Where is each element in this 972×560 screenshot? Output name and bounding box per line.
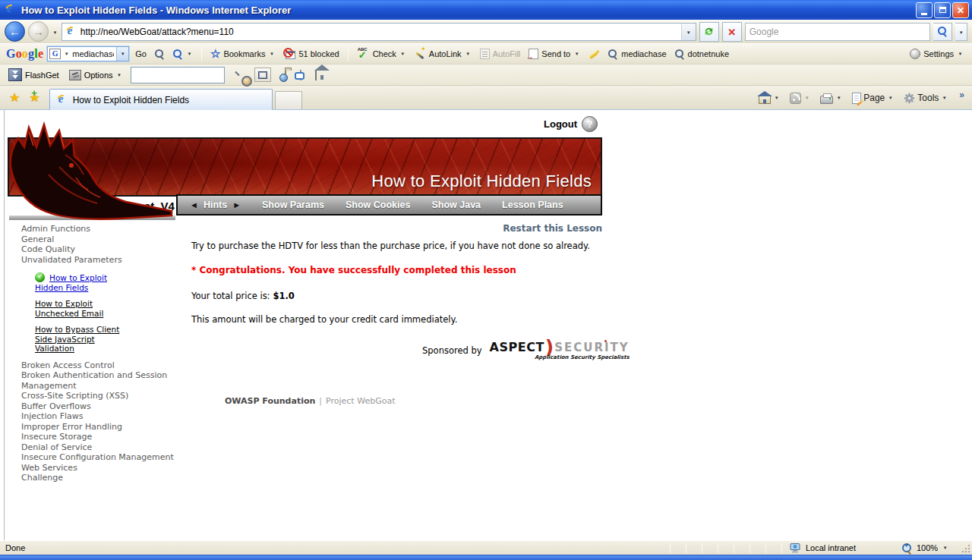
sidebar-category[interactable]: Denial of Service xyxy=(21,442,179,453)
sponsor-row: Sponsored by ASPECT ) SECURITY Applicati… xyxy=(422,340,630,360)
sidebar-lesson-link[interactable]: How to Exploit Hidden Fields xyxy=(35,272,131,292)
autolink-button[interactable]: AutoLink xyxy=(412,47,474,61)
refresh-button[interactable] xyxy=(699,22,719,42)
flashget-search-input[interactable] xyxy=(131,67,225,83)
back-button[interactable] xyxy=(5,21,25,42)
flashget-monitor-button[interactable] xyxy=(254,68,271,82)
taskbar-edge[interactable] xyxy=(0,555,972,560)
chevron-down-icon xyxy=(887,93,894,103)
hints-next-arrow-icon[interactable]: ► xyxy=(232,200,241,209)
lesson-plans-button[interactable]: Lesson Plans xyxy=(502,200,563,210)
mediachase-word-button[interactable]: mediachase xyxy=(606,48,668,61)
flashget-site-explorer-button[interactable] xyxy=(285,71,286,80)
flashget-label: FlashGet xyxy=(25,71,59,80)
sidebar-category[interactable]: General xyxy=(21,234,179,245)
tab-bar: How to Exploit Hidden Fields Page Tools … xyxy=(0,86,972,110)
sidebar-lesson-link[interactable]: How to Exploit Unchecked Email xyxy=(35,299,131,318)
add-favorite-icon[interactable] xyxy=(29,90,39,105)
owasp-foundation-link[interactable]: OWASP Foundation xyxy=(225,396,315,406)
new-tab-button[interactable] xyxy=(275,91,302,109)
page-link-icon xyxy=(300,70,301,80)
highlighter-button[interactable] xyxy=(586,47,602,61)
recent-pages-dropdown[interactable] xyxy=(52,25,58,39)
sidebar-category[interactable]: Code Quality xyxy=(21,244,179,255)
google-toolbar: Google mediachase Go Bookmarks 51 blocke… xyxy=(0,44,972,64)
sidebar-category[interactable]: Buffer Overflows xyxy=(21,401,179,412)
sidebar-category[interactable]: Web Services xyxy=(21,463,179,473)
spellcheck-button[interactable]: Check xyxy=(355,47,409,61)
sidebar-category[interactable]: Insecure Configuration Management xyxy=(21,452,179,463)
flashget-home-button[interactable] xyxy=(315,71,317,80)
restart-lesson-link[interactable]: Restart this Lesson xyxy=(191,223,602,234)
flashget-options-button[interactable]: Options xyxy=(67,68,125,82)
tools-menu-button[interactable]: Tools xyxy=(901,91,951,105)
stop-button[interactable] xyxy=(722,22,742,42)
highlighter-icon xyxy=(589,49,600,60)
hints-prev-arrow-icon[interactable]: ◄ xyxy=(190,200,198,209)
feeds-button xyxy=(787,91,813,105)
address-input[interactable] xyxy=(80,27,678,37)
logout-button[interactable]: Logout xyxy=(544,118,577,130)
browser-window: How to Exploit Hidden Fields - Windows I… xyxy=(0,0,972,560)
tab-active[interactable]: How to Exploit Hidden Fields xyxy=(49,89,273,110)
project-webgoat-link[interactable]: Project WebGoat xyxy=(326,396,395,406)
flashget-toolbar: FlashGet Options xyxy=(0,64,972,86)
sidebar-category[interactable]: Improper Error Handling xyxy=(21,422,179,433)
restore-icon xyxy=(939,7,946,13)
site-search-icon xyxy=(155,49,165,59)
forward-button[interactable] xyxy=(28,21,49,42)
sidebar-lesson-link[interactable]: How to Bypass Client Side JavaScript Val… xyxy=(35,325,131,354)
sidebar-category[interactable]: Broken Access Control xyxy=(21,360,179,371)
bookmarks-button[interactable]: Bookmarks xyxy=(208,46,277,62)
home-button[interactable] xyxy=(756,90,783,105)
google-go-button[interactable]: Go xyxy=(133,48,149,60)
sidebar-category[interactable]: Admin Functions xyxy=(21,224,179,234)
sidebar-category[interactable]: Unvalidated Parameters xyxy=(21,255,179,266)
show-params-button[interactable]: Show Params xyxy=(262,200,324,210)
sidebar-category[interactable]: Broken Authentication and Session Manage… xyxy=(21,370,179,391)
sidebar-category[interactable]: Challenge xyxy=(21,473,179,483)
print-button[interactable] xyxy=(817,90,845,105)
search-provider-dropdown[interactable] xyxy=(955,23,967,41)
sidebar-category[interactable]: Cross-Site Scripting (XSS) xyxy=(21,391,179,401)
send-to-button[interactable]: Send to xyxy=(526,47,582,61)
chevron-down-icon xyxy=(63,49,70,58)
page-menu-button[interactable]: Page xyxy=(849,91,897,105)
search-box xyxy=(745,23,931,41)
minimize-button[interactable] xyxy=(916,2,933,18)
search-icon xyxy=(938,27,948,36)
status-pane-separator xyxy=(781,543,782,553)
refresh-icon xyxy=(703,26,715,37)
google-search-combo[interactable]: mediachase xyxy=(47,46,129,61)
combo-dropdown-button[interactable] xyxy=(116,47,128,61)
show-java-button[interactable]: Show Java xyxy=(431,200,481,210)
resize-grip[interactable] xyxy=(968,551,970,552)
close-button[interactable] xyxy=(952,2,969,18)
dotnetnuke-word-button[interactable]: dotnetnuke xyxy=(673,48,731,61)
popup-blocker-button[interactable]: 51 blocked xyxy=(281,47,341,61)
toolbar-overflow-chevron[interactable]: » xyxy=(955,90,966,106)
search-go-button[interactable] xyxy=(933,23,952,41)
sidebar-category[interactable]: Insecure Storage xyxy=(21,432,179,442)
window-title: How to Exploit Hidden Fields - Windows I… xyxy=(21,5,911,16)
aspect-security-logo[interactable]: ASPECT ) SECURITY Application Security S… xyxy=(490,340,630,360)
sidebar-category[interactable]: Injection Flaws xyxy=(21,411,179,422)
search-web-button[interactable] xyxy=(171,48,195,61)
autolink-label: AutoLink xyxy=(429,49,462,58)
chevron-down-icon xyxy=(268,49,275,58)
favorites-center-icon[interactable] xyxy=(9,90,20,105)
address-history-dropdown[interactable] xyxy=(681,24,696,40)
hints-button[interactable]: Hints xyxy=(204,200,227,210)
zoom-control[interactable]: 100% xyxy=(902,543,969,553)
search-site-button[interactable] xyxy=(153,48,167,61)
flashget-download-page-button[interactable] xyxy=(300,71,301,80)
restore-button[interactable] xyxy=(934,2,951,18)
show-cookies-button[interactable]: Show Cookies xyxy=(346,200,410,210)
zoom-magnifier-icon xyxy=(902,543,913,553)
close-icon xyxy=(957,3,964,17)
sidebar-lessons: How to Exploit Hidden FieldsHow to Explo… xyxy=(35,272,131,354)
settings-button[interactable]: Settings xyxy=(907,47,966,61)
help-button[interactable]: ? xyxy=(582,116,598,132)
flashget-button[interactable]: FlashGet xyxy=(6,67,62,83)
search-input[interactable] xyxy=(750,27,926,37)
